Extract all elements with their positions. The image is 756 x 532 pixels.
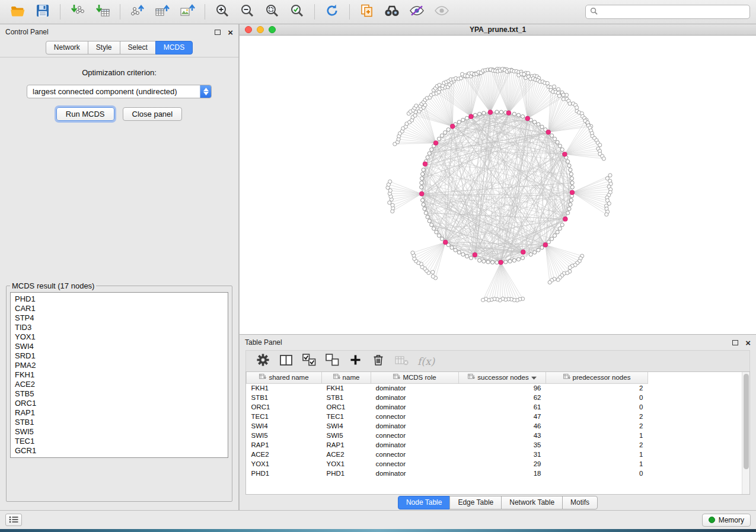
table-tab-motifs[interactable]: Motifs: [562, 496, 598, 509]
zoom-fit-content-button[interactable]: [260, 2, 284, 21]
search-input[interactable]: [601, 7, 745, 17]
zoom-selected-region-button[interactable]: [285, 2, 309, 21]
deselect-all-rows-button[interactable]: [325, 354, 339, 369]
mcds-result-title: MCDS result (17 nodes): [10, 281, 96, 290]
table-cell: YOX1: [322, 459, 371, 469]
table-row[interactable]: PHD1PHD1dominator180: [247, 469, 648, 478]
table-cell: dominator: [371, 421, 459, 431]
function-builder-button[interactable]: f(x): [417, 354, 435, 369]
tab-select[interactable]: Select: [120, 41, 156, 55]
save-session-button[interactable]: [31, 2, 55, 21]
show-panels-button[interactable]: [5, 514, 22, 526]
table-tab-edge-table[interactable]: Edge Table: [449, 496, 502, 509]
mcds-result-item[interactable]: RAP1: [11, 408, 228, 418]
float-table-panel-button[interactable]: [732, 340, 738, 345]
table-settings-button[interactable]: [256, 354, 270, 369]
column-header-successor-nodes[interactable]: successor nodes: [459, 372, 546, 383]
open-folder-icon: [10, 4, 25, 20]
optimization-criterion-select[interactable]: largest connected component (undirected): [27, 85, 212, 98]
close-table-panel-button[interactable]: ×: [745, 338, 751, 347]
mcds-result-item[interactable]: SRD1: [11, 351, 228, 361]
first-neighbors-button[interactable]: [380, 2, 404, 21]
mcds-result-item[interactable]: YOX1: [11, 332, 228, 342]
mcds-result-item[interactable]: SWI5: [11, 427, 228, 437]
mcds-result-item[interactable]: TID3: [11, 323, 228, 332]
table-row[interactable]: TEC1TEC1connector472: [247, 412, 648, 421]
table-scrollbar[interactable]: [742, 372, 749, 494]
table-row[interactable]: RAP1RAP1dominator352: [247, 440, 648, 450]
mcds-result-item[interactable]: PMA2: [11, 361, 228, 370]
import-network-from-file-button[interactable]: [66, 2, 90, 21]
column-header-name[interactable]: name: [322, 372, 371, 383]
export-image-button[interactable]: [176, 2, 199, 21]
toolbar-buttons: [6, 2, 454, 21]
table-row[interactable]: ACE2ACE2connector311: [247, 450, 648, 459]
node-table: shared namenameMCDS rolesuccessor nodesp…: [245, 371, 750, 495]
export-network-button[interactable]: [126, 2, 149, 21]
mcds-result-item[interactable]: GCR1: [11, 446, 228, 456]
import-table-from-file-button[interactable]: [91, 2, 114, 21]
column-header-shared-name[interactable]: shared name: [247, 372, 322, 383]
table-cell: 35: [459, 440, 546, 450]
network-canvas[interactable]: [240, 36, 756, 334]
control-panel: Control Panel × NetworkStyleSelectMCDS O…: [0, 24, 240, 510]
table-tab-network-table[interactable]: Network Table: [501, 496, 563, 509]
export-network-icon: [130, 4, 145, 20]
table-cell: 46: [459, 421, 546, 431]
chevron-down-icon[interactable]: [531, 374, 537, 381]
window-minimize-button[interactable]: [257, 26, 264, 33]
column-header-mcds-role[interactable]: MCDS role: [371, 372, 459, 383]
scrollbar-thumb[interactable]: [744, 374, 749, 469]
column-header-predecessor-nodes[interactable]: predecessor nodes: [546, 372, 648, 383]
table-cell: 43: [459, 431, 546, 440]
mcds-result-item[interactable]: PHD1: [11, 294, 228, 304]
table-row[interactable]: STB1STB1dominator620: [247, 393, 648, 402]
float-panel-button[interactable]: [215, 30, 221, 35]
export-table-button[interactable]: [151, 2, 174, 21]
network-graph[interactable]: [240, 36, 756, 334]
zoom-out-button[interactable]: [235, 2, 259, 21]
search-box[interactable]: [585, 5, 750, 19]
table-row[interactable]: SWI4SWI4dominator462: [247, 421, 648, 431]
window-close-button[interactable]: [245, 26, 252, 33]
table-row[interactable]: YOX1YOX1connector291: [247, 459, 648, 469]
add-column-button[interactable]: [348, 354, 362, 369]
window-zoom-button[interactable]: [269, 26, 276, 33]
zoom-in-button[interactable]: [210, 2, 234, 21]
close-panel-button[interactable]: ×: [228, 28, 233, 37]
mcds-result-item[interactable]: STB5: [11, 389, 228, 399]
table-row[interactable]: FKH1FKH1dominator962: [247, 383, 648, 393]
mcds-result-item[interactable]: FKH1: [11, 370, 228, 380]
table-cell: TEC1: [247, 412, 322, 421]
table-cell: 1: [546, 450, 648, 459]
mcds-result-item[interactable]: SWI4: [11, 342, 228, 351]
tab-network[interactable]: Network: [46, 41, 88, 55]
table-row[interactable]: ORC1ORC1dominator610: [247, 402, 648, 412]
delete-column-button[interactable]: [371, 354, 385, 369]
delete-table-button[interactable]: [394, 354, 409, 369]
table-cell: dominator: [371, 440, 459, 450]
open-file-button[interactable]: [6, 2, 30, 21]
tab-style[interactable]: Style: [88, 41, 120, 55]
mcds-result-item[interactable]: ORC1: [11, 399, 228, 408]
hide-selected-button[interactable]: [405, 2, 429, 21]
mcds-result-item[interactable]: TEC1: [11, 437, 228, 446]
tab-mcds[interactable]: MCDS: [155, 41, 193, 55]
column-header-label: shared name: [269, 374, 308, 381]
table-cell: 18: [459, 469, 546, 478]
new-network-from-selection-button[interactable]: [355, 2, 379, 21]
mcds-result-item[interactable]: ACE2: [11, 380, 228, 389]
table-tab-node-table[interactable]: Node Table: [398, 496, 451, 509]
table-row[interactable]: SWI5SWI5connector431: [247, 431, 648, 440]
show-all-button[interactable]: [430, 2, 454, 21]
close-panel-button-2[interactable]: Close panel: [123, 107, 183, 121]
apply-layout-button[interactable]: [320, 2, 344, 21]
mcds-result-item[interactable]: STP4: [11, 313, 228, 323]
mcds-result-item[interactable]: STB1: [11, 418, 228, 427]
select-all-rows-button[interactable]: [302, 354, 316, 369]
mcds-result-list[interactable]: PHD1CAR1STP4TID3YOX1SWI4SRD1PMA2FKH1ACE2…: [10, 292, 228, 458]
run-mcds-button[interactable]: Run MCDS: [56, 107, 114, 121]
show-columns-button[interactable]: [279, 354, 293, 369]
mcds-result-item[interactable]: CAR1: [11, 304, 228, 313]
memory-button[interactable]: Memory: [702, 514, 751, 527]
